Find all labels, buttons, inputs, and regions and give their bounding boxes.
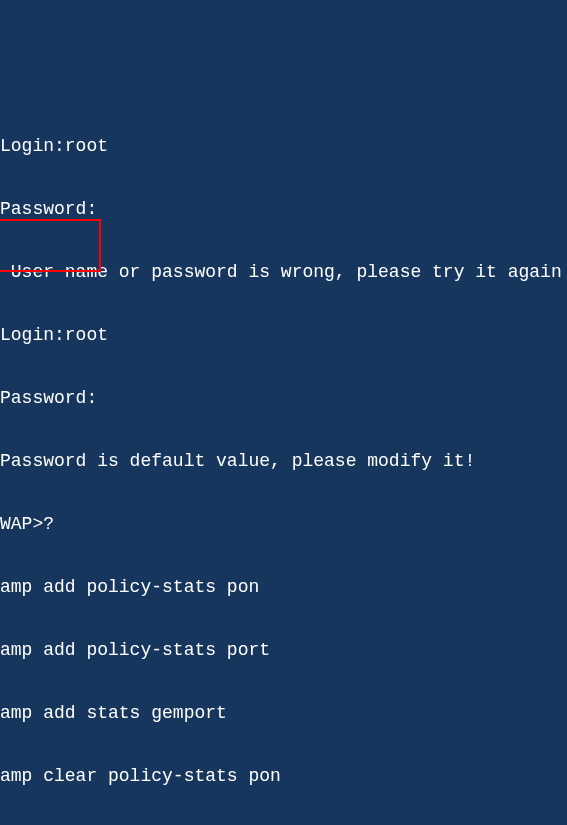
password-prompt-line: Password: xyxy=(0,199,567,220)
command-output-line: amp add policy-stats port xyxy=(0,640,567,661)
command-output-line: amp add policy-stats pon xyxy=(0,577,567,598)
command-prompt-line[interactable]: WAP>? xyxy=(0,514,567,535)
terminal-window[interactable]: Login:root Password: User name or passwo… xyxy=(0,94,567,825)
password-prompt-line: Password: xyxy=(0,388,567,409)
password-warning-line: Password is default value, please modify… xyxy=(0,451,567,472)
command-output-line: amp clear policy-stats pon xyxy=(0,766,567,787)
command-output-line: amp add stats gemport xyxy=(0,703,567,724)
login-prompt-line: Login:root xyxy=(0,325,567,346)
login-prompt-line: Login:root xyxy=(0,136,567,157)
login-error-line: User name or password is wrong, please t… xyxy=(0,262,567,283)
